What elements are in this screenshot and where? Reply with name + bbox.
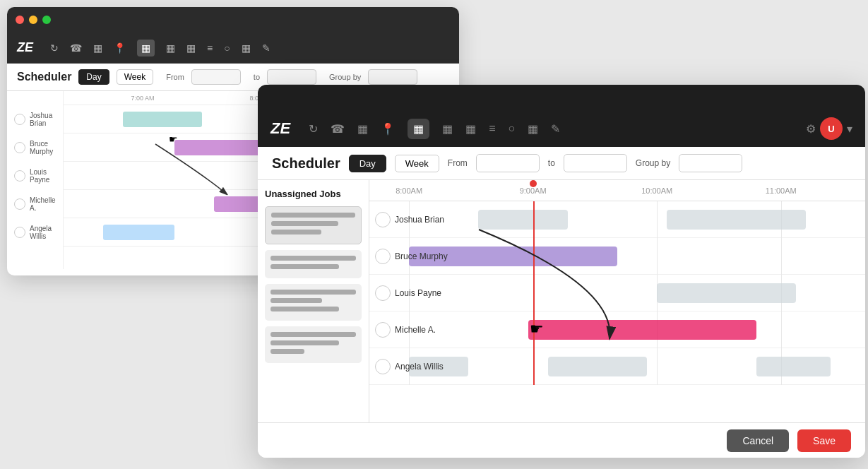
bg-nav-refresh[interactable]: ↻: [50, 42, 59, 54]
cancel-button[interactable]: Cancel: [727, 429, 789, 452]
time-label-8am: 8:00AM: [396, 186, 422, 195]
bg-nav-calendar[interactable]: ▦: [93, 42, 102, 54]
job-card-3[interactable]: [265, 284, 362, 321]
main-nav-chart-icon[interactable]: ▦: [528, 122, 538, 136]
joshua-bar-2: [667, 210, 806, 230]
row-person-louis: Louis Payne: [372, 285, 441, 301]
bg-row-label-2: Bruce Murphy: [7, 133, 63, 162]
louis-avatar: [375, 285, 391, 301]
main-to-select[interactable]: [564, 154, 627, 172]
michelle-avatar: [375, 322, 391, 338]
save-button[interactable]: Save: [797, 429, 851, 452]
job-card-4-line-1: [270, 332, 356, 337]
main-from-select[interactable]: [476, 154, 540, 172]
main-from-label: From: [448, 158, 468, 168]
main-profile-avatar[interactable]: U: [820, 117, 843, 140]
main-nav-location-icon[interactable]: 📍: [381, 122, 395, 136]
bg-to-label: to: [254, 73, 260, 81]
bg-row-label-1: Joshua Brian: [7, 105, 63, 133]
sched-rows: Joshua Brian Bruce Murphy: [369, 201, 865, 385]
bg-row-labels: Joshua Brian Bruce Murphy Louis Payne Mi…: [7, 91, 64, 269]
michelle-bar-1: [528, 320, 756, 340]
main-nav-clock-icon[interactable]: ○: [508, 122, 515, 135]
sched-row-angela: Angela Willis: [369, 348, 865, 385]
main-tab-week[interactable]: Week: [395, 155, 439, 172]
bg-avatar-1: [14, 114, 25, 125]
joshua-bar-1: [478, 210, 567, 230]
row-person-angela: Angela Willis: [372, 359, 444, 374]
timeline-red-line: [533, 201, 535, 385]
main-groupby-select[interactable]: [679, 154, 742, 172]
joshua-avatar: [375, 212, 391, 227]
bg-groupby-select[interactable]: [368, 69, 417, 85]
bg-avatar-2: [14, 142, 25, 153]
main-nav-refresh-icon[interactable]: ↻: [309, 122, 318, 136]
row-person-bruce: Bruce Murphy: [372, 249, 448, 264]
row-person-joshua: Joshua Brian: [372, 212, 444, 227]
time-label-9am: 9:00AM: [520, 186, 547, 195]
job-card-3-line-3: [270, 307, 339, 311]
main-nav-scheduler-icon[interactable]: ▦: [408, 119, 429, 139]
bg-bar-5: [103, 225, 174, 240]
main-titlebar: [258, 85, 865, 110]
bg-tab-week[interactable]: Week: [117, 69, 153, 85]
job-card-2[interactable]: [265, 250, 362, 278]
job-card-3-line-1: [270, 290, 356, 295]
bruce-avatar: [375, 249, 391, 264]
timeline-area: 8:00AM 9:00AM 10:00AM 11:00AM: [369, 180, 865, 425]
main-window: ZE ↻ ☎ ▦ 📍 ▦ ▦ ▦ ≡ ○ ▦ ✎ ⚙ U ▾ Scheduler…: [258, 85, 865, 458]
sched-row-louis: Louis Payne: [369, 275, 865, 311]
job-card-4-line-2: [270, 340, 339, 345]
louis-name: Louis Payne: [395, 288, 441, 298]
main-nav-chevron-icon[interactable]: ▾: [847, 122, 852, 136]
job-card-2-line-2: [270, 264, 339, 269]
angela-name: Angela Willis: [395, 362, 444, 372]
bruce-name: Bruce Murphy: [395, 251, 448, 261]
main-navbar: ZE ↻ ☎ ▦ 📍 ▦ ▦ ▦ ≡ ○ ▦ ✎ ⚙ U ▾: [258, 110, 865, 147]
bg-row-label-5: Angela Willis: [7, 218, 63, 247]
louis-bar-1: [657, 283, 796, 303]
main-nav-profile: ⚙ U ▾: [806, 117, 852, 140]
job-card-1-line-1: [271, 213, 355, 218]
bg-avatar-4: [14, 198, 25, 210]
bg-maximize-dot[interactable]: [42, 16, 51, 24]
main-nav-phone-icon[interactable]: ☎: [331, 122, 345, 136]
main-nav-edit-icon[interactable]: ✎: [551, 122, 560, 136]
michelle-name: Michelle A.: [395, 325, 436, 335]
bg-close-dot[interactable]: [16, 16, 24, 24]
bg-nav-doc[interactable]: ▦: [186, 42, 196, 54]
job-card-1-line-3: [271, 230, 321, 234]
main-groupby-label: Group by: [636, 158, 670, 168]
bg-to-select[interactable]: [267, 69, 316, 85]
sched-row-bruce: Bruce Murphy: [369, 238, 865, 275]
main-nav-settings-icon[interactable]: ⚙: [806, 122, 816, 136]
bg-bar-1: [123, 112, 202, 127]
sched-row-joshua: Joshua Brian: [369, 201, 865, 238]
bg-titlebar: [7, 7, 459, 32]
main-tab-day[interactable]: Day: [349, 155, 386, 172]
main-nav-calc-icon[interactable]: ▦: [442, 122, 453, 136]
joshua-name: Joshua Brian: [395, 215, 444, 225]
bg-minimize-dot[interactable]: [29, 16, 37, 24]
main-logo: ZE: [270, 119, 290, 138]
bg-nav-phone[interactable]: ☎: [70, 42, 82, 54]
bg-from-select[interactable]: [191, 69, 241, 85]
bg-nav-location[interactable]: 📍: [114, 42, 126, 54]
bg-row-label-4: Michelle A.: [7, 190, 63, 218]
bg-avatar-5: [14, 227, 25, 238]
bg-nav-edit[interactable]: ✎: [262, 42, 270, 54]
job-card-3-line-2: [270, 298, 322, 303]
row-person-michelle: Michelle A.: [372, 322, 436, 338]
bg-nav-chart[interactable]: ▦: [242, 42, 251, 54]
bg-nav-people[interactable]: ≡: [207, 42, 213, 54]
bg-nav-calc[interactable]: ▦: [166, 42, 175, 54]
job-card-1[interactable]: [265, 206, 362, 244]
main-nav-people-icon[interactable]: ≡: [489, 122, 495, 135]
bg-tab-day[interactable]: Day: [78, 69, 109, 85]
job-card-2-line-1: [270, 256, 356, 261]
bg-nav-scheduler[interactable]: ▦: [137, 40, 155, 57]
main-nav-doc-icon[interactable]: ▦: [465, 122, 476, 136]
bg-nav-clock[interactable]: ○: [224, 42, 230, 54]
main-nav-calendar-icon[interactable]: ▦: [357, 122, 368, 136]
job-card-4[interactable]: [265, 326, 362, 363]
